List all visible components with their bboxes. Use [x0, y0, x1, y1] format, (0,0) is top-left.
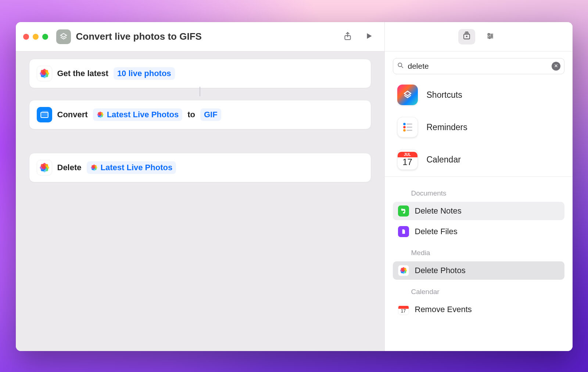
run-button[interactable]	[361, 29, 377, 45]
results-group-label: Calendar	[393, 282, 564, 298]
library-mode-toolbar	[385, 22, 573, 51]
svg-point-18	[403, 126, 406, 129]
svg-rect-10	[42, 111, 48, 116]
action-result-label: Delete Notes	[415, 206, 462, 216]
results-group-label: Media	[393, 243, 564, 259]
reminders-app-icon	[397, 117, 418, 137]
app-result-calendar[interactable]: JUL 17 Calendar	[397, 149, 560, 170]
app-result-label: Calendar	[427, 155, 461, 165]
share-button[interactable]	[340, 29, 356, 45]
action-result-remove-events[interactable]: 17 Remove Events	[393, 300, 564, 319]
photos-icon	[398, 265, 409, 276]
action-result-label: Delete Files	[415, 227, 458, 236]
action-results: Documents Delete Notes Delete Files Medi…	[385, 177, 573, 325]
svg-rect-19	[406, 127, 412, 128]
play-icon	[364, 31, 374, 42]
evernote-icon	[398, 205, 409, 217]
share-icon	[343, 31, 352, 42]
photos-app-icon	[37, 160, 52, 175]
calendar-icon: 17	[398, 304, 409, 315]
sliders-icon	[486, 32, 495, 42]
app-result-shortcuts[interactable]: Shortcuts	[397, 85, 560, 105]
svg-point-16	[403, 123, 406, 125]
app-result-label: Shortcuts	[427, 90, 462, 100]
svg-point-20	[403, 129, 406, 132]
svg-point-13	[491, 35, 492, 37]
settings-mode-button[interactable]	[482, 29, 499, 44]
svg-rect-17	[406, 124, 412, 125]
action-text: Get the latest	[57, 69, 108, 78]
traffic-lights	[23, 34, 48, 40]
app-result-reminders[interactable]: Reminders	[397, 117, 560, 137]
zoom-window-button[interactable]	[42, 34, 48, 40]
shortcut-title-input[interactable]	[76, 31, 234, 42]
minimize-window-button[interactable]	[33, 34, 39, 40]
shortcut-icon[interactable]	[56, 29, 71, 44]
action-text: to	[187, 110, 195, 119]
action-parameter-input[interactable]: Latest Live Photos	[93, 108, 183, 121]
media-app-icon	[37, 107, 52, 122]
photos-app-icon	[37, 66, 52, 81]
svg-point-12	[488, 33, 490, 35]
calendar-app-icon: JUL 17	[397, 149, 418, 170]
action-result-label: Remove Events	[415, 305, 472, 314]
library-mode-button[interactable]	[458, 29, 475, 44]
action-result-delete-files[interactable]: Delete Files	[393, 222, 564, 241]
action-search[interactable]	[393, 58, 564, 74]
action-parameter-format[interactable]: GIF	[200, 108, 221, 121]
action-convert[interactable]: Convert Latest Live Photos to GIF	[29, 100, 371, 129]
library-icon	[462, 32, 471, 42]
files-icon	[398, 226, 409, 237]
results-group-label: Documents	[393, 183, 564, 200]
clear-search-button[interactable]	[552, 62, 560, 71]
action-text: Convert	[57, 110, 88, 119]
close-window-button[interactable]	[23, 34, 29, 40]
action-get-latest-photos[interactable]: Get the latest 10 live photos	[29, 59, 371, 88]
action-result-label: Delete Photos	[415, 266, 466, 275]
flow-connector	[200, 87, 200, 96]
shortcuts-editor-window: Get the latest 10 live photos Convert La…	[16, 22, 573, 351]
x-icon	[554, 63, 558, 69]
editor-pane: Get the latest 10 live photos Convert La…	[16, 22, 385, 351]
action-parameter-input[interactable]: Latest Live Photos	[87, 161, 176, 174]
workflow-canvas[interactable]: Get the latest 10 live photos Convert La…	[16, 51, 384, 351]
shortcuts-app-icon	[397, 85, 418, 105]
action-search-input[interactable]	[408, 62, 548, 71]
action-result-delete-notes[interactable]: Delete Notes	[393, 202, 564, 220]
action-text: Delete	[57, 163, 82, 172]
titlebar	[16, 22, 384, 51]
action-parameter-count[interactable]: 10 live photos	[114, 67, 175, 80]
action-result-delete-photos[interactable]: Delete Photos	[393, 261, 564, 280]
search-icon	[397, 62, 404, 71]
action-delete-photos[interactable]: Delete Latest Live Photos	[29, 153, 371, 182]
library-pane: Shortcuts Reminders JUL 17 Calendar Docu…	[385, 22, 573, 351]
svg-point-14	[489, 37, 490, 39]
app-result-label: Reminders	[427, 122, 467, 132]
svg-point-15	[398, 63, 402, 67]
app-results: Shortcuts Reminders JUL 17 Calendar	[385, 74, 573, 177]
svg-rect-21	[406, 130, 412, 131]
